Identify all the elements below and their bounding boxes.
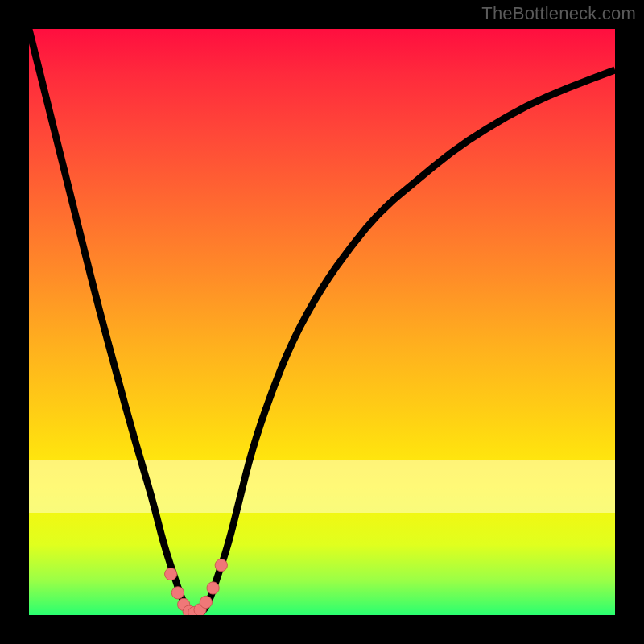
- curve-svg: [29, 29, 615, 615]
- bottleneck-curve: [29, 29, 615, 615]
- plot-area: [29, 29, 615, 615]
- valley-marker: [165, 568, 177, 580]
- watermark-text: TheBottleneck.com: [481, 3, 636, 24]
- valley-marker: [171, 587, 184, 599]
- valley-marker: [200, 596, 212, 608]
- chart-frame: TheBottleneck.com: [0, 0, 644, 644]
- valley-marker: [215, 559, 227, 571]
- valley-marker: [207, 582, 219, 594]
